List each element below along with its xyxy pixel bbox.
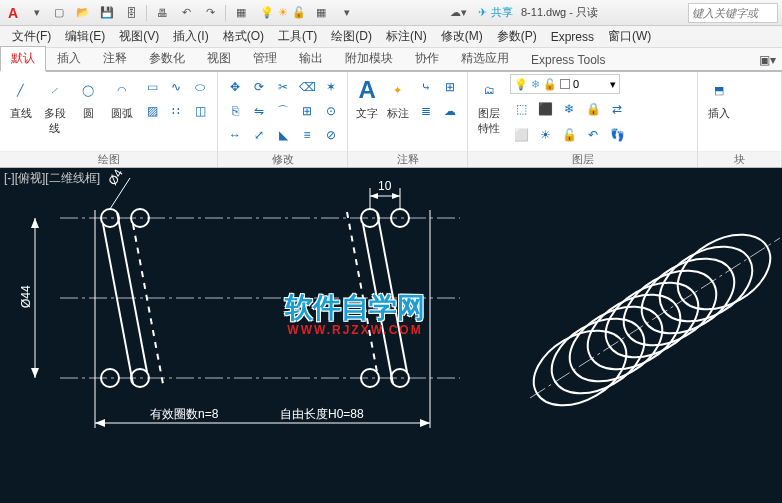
menu-window[interactable]: 窗口(W) <box>602 27 657 46</box>
mtext-icon[interactable]: ≣ <box>415 100 437 122</box>
dimension-button[interactable]: ✦标注 <box>383 74 414 123</box>
tab-featured[interactable]: 精选应用 <box>450 46 520 70</box>
cloud-icon[interactable]: ☁ <box>439 100 461 122</box>
layer-color-swatch <box>560 79 570 89</box>
table-icon[interactable]: ⊞ <box>439 76 461 98</box>
search-input[interactable] <box>688 3 778 23</box>
tab-insert[interactable]: 插入 <box>46 46 92 70</box>
tab-default[interactable]: 默认 <box>0 46 46 72</box>
app-icon[interactable]: A <box>4 4 22 22</box>
menu-edit[interactable]: 编辑(E) <box>59 27 111 46</box>
new-icon[interactable]: ▢ <box>48 2 70 24</box>
ribbon-minimize-icon[interactable]: ▣▾ <box>753 50 782 70</box>
menu-draw[interactable]: 绘图(D) <box>325 27 378 46</box>
menu-tools[interactable]: 工具(T) <box>272 27 323 46</box>
tab-output[interactable]: 输出 <box>288 46 334 70</box>
redo-icon[interactable]: ↷ <box>199 2 221 24</box>
svg-point-38 <box>629 243 748 348</box>
rotate-icon[interactable]: ⟳ <box>248 76 270 98</box>
rect-icon[interactable]: ▭ <box>141 76 163 98</box>
layer-thaw-icon[interactable]: ☀ <box>534 124 556 146</box>
svg-line-17 <box>377 212 407 372</box>
menu-modify[interactable]: 修改(M) <box>435 27 489 46</box>
copy-icon[interactable]: ⎘ <box>224 100 246 122</box>
trim-icon[interactable]: ✂ <box>272 76 294 98</box>
open-icon[interactable]: 📂 <box>72 2 94 24</box>
dropdown-icon[interactable]: ▾ <box>336 2 358 24</box>
layer-prev-icon[interactable]: ↶ <box>582 124 604 146</box>
fillet-icon[interactable]: ⌒ <box>272 100 294 122</box>
qat-dropdown[interactable]: ▾ <box>26 2 48 24</box>
layer-off-icon[interactable]: ⬛ <box>534 98 556 120</box>
panel-title-layer[interactable]: 图层 <box>468 151 697 167</box>
menu-dim[interactable]: 标注(N) <box>380 27 433 46</box>
arc-button[interactable]: ◠圆弧 <box>105 74 139 123</box>
save-icon[interactable]: 💾 <box>96 2 118 24</box>
erase-icon[interactable]: ⌫ <box>296 76 318 98</box>
layer-name: 0 <box>573 78 579 90</box>
lock-icon[interactable]: 🔓 <box>292 6 306 19</box>
share-button[interactable]: ✈ 共享 <box>478 5 513 20</box>
menu-express[interactable]: Express <box>545 29 600 45</box>
dim-d44: Ø44 <box>19 285 33 308</box>
panel-title-draw[interactable]: 绘图 <box>0 151 217 167</box>
break-icon[interactable]: ⊘ <box>320 124 342 146</box>
hatch-icon[interactable]: ▨ <box>141 100 163 122</box>
polyline-icon: ⟋ <box>41 76 69 104</box>
sun-icon[interactable]: ☀ <box>278 6 288 19</box>
layer-match-icon[interactable]: ⇄ <box>606 98 628 120</box>
tab-addins[interactable]: 附加模块 <box>334 46 404 70</box>
menu-format[interactable]: 格式(O) <box>217 27 270 46</box>
drawing-canvas[interactable]: [-][俯视][二维线框] Ø44 Ø4 <box>0 168 782 503</box>
mirror-icon[interactable]: ⇋ <box>248 100 270 122</box>
panel-title-annot[interactable]: 注释 <box>348 151 467 167</box>
layer-unlock-icon[interactable]: 🔓 <box>558 124 580 146</box>
array-icon[interactable]: ⊞ <box>296 100 318 122</box>
cloud-icon[interactable]: ☁▾ <box>448 2 470 24</box>
layer-on-icon[interactable]: ⬜ <box>510 124 532 146</box>
tab-view[interactable]: 视图 <box>196 46 242 70</box>
line-button[interactable]: ╱直线 <box>4 74 38 123</box>
insert-block-button[interactable]: ⬒插入 <box>702 74 736 123</box>
circle-button[interactable]: ◯圆 <box>72 74 106 123</box>
tab-collab[interactable]: 协作 <box>404 46 450 70</box>
panel-title-modify[interactable]: 修改 <box>218 151 347 167</box>
scale-icon[interactable]: ⤢ <box>248 124 270 146</box>
layer-combo[interactable]: 💡 ❄ 🔓 0 ▾ <box>510 74 620 94</box>
layer-lock-icon[interactable]: 🔒 <box>582 98 604 120</box>
saveas-icon[interactable]: 🗄 <box>120 2 142 24</box>
move-icon[interactable]: ✥ <box>224 76 246 98</box>
grid-icon[interactable]: ▦ <box>310 2 332 24</box>
layer-props-button[interactable]: 🗂图层 特性 <box>472 74 506 138</box>
menu-param[interactable]: 参数(P) <box>491 27 543 46</box>
point-icon[interactable]: ∷ <box>165 100 187 122</box>
menu-view[interactable]: 视图(V) <box>113 27 165 46</box>
tab-express[interactable]: Express Tools <box>520 49 616 70</box>
undo-icon[interactable]: ↶ <box>175 2 197 24</box>
ellipse-icon[interactable]: ⬭ <box>189 76 211 98</box>
offset-icon[interactable]: ⊙ <box>320 100 342 122</box>
layer-freeze-icon[interactable]: ❄ <box>558 98 580 120</box>
spline-icon[interactable]: ∿ <box>165 76 187 98</box>
polyline-button[interactable]: ⟋多段线 <box>38 74 72 138</box>
layer-iso-icon[interactable]: ⬚ <box>510 98 532 120</box>
menu-insert[interactable]: 插入(I) <box>167 27 214 46</box>
dim-10: 10 <box>378 179 392 193</box>
panel-title-block[interactable]: 块 <box>698 151 781 167</box>
menu-file[interactable]: 文件(F) <box>6 27 57 46</box>
tab-parametric[interactable]: 参数化 <box>138 46 196 70</box>
circle-icon: ◯ <box>74 76 102 104</box>
leader-icon[interactable]: ⤷ <box>415 76 437 98</box>
align-icon[interactable]: ≡ <box>296 124 318 146</box>
region-icon[interactable]: ◫ <box>189 100 211 122</box>
bulb-icon[interactable]: 💡 <box>260 6 274 19</box>
text-button[interactable]: A文字 <box>352 74 383 123</box>
tab-manage[interactable]: 管理 <box>242 46 288 70</box>
stretch-icon[interactable]: ↔ <box>224 124 246 146</box>
layout-icon[interactable]: ▦ <box>230 2 252 24</box>
tab-annotate[interactable]: 注释 <box>92 46 138 70</box>
plot-icon[interactable]: 🖶 <box>151 2 173 24</box>
explode-icon[interactable]: ✶ <box>320 76 342 98</box>
layer-walk-icon[interactable]: 👣 <box>606 124 628 146</box>
chamfer-icon[interactable]: ◣ <box>272 124 294 146</box>
